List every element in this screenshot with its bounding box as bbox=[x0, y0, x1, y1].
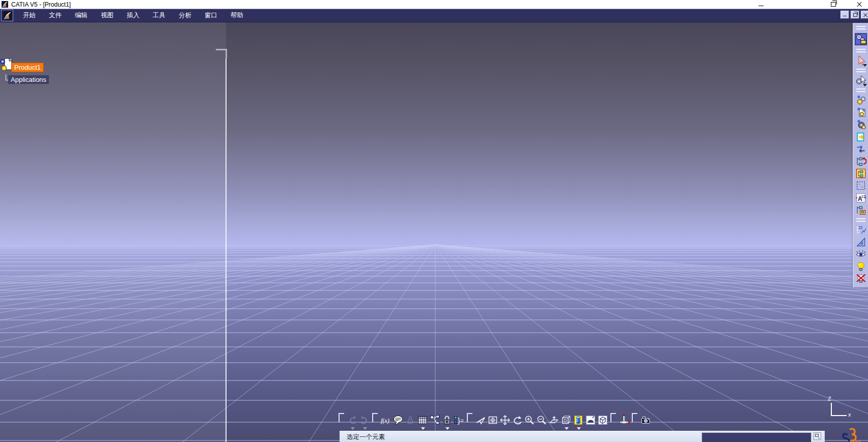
pan-button[interactable] bbox=[499, 415, 511, 426]
product-graph-button[interactable] bbox=[855, 224, 866, 235]
mdi-restore-button[interactable] bbox=[851, 11, 859, 19]
menu-item-start[interactable]: 开始 bbox=[16, 10, 42, 20]
toolbar-drag-handle[interactable] bbox=[856, 89, 865, 92]
menu-item-analyze[interactable]: 分析 bbox=[172, 10, 198, 20]
zoom-out-button[interactable] bbox=[536, 415, 547, 426]
replace-component-icon bbox=[855, 143, 866, 155]
tree-node-product1[interactable]: Product1 bbox=[11, 63, 44, 72]
chevron-down-icon[interactable] bbox=[445, 427, 450, 430]
chevron-down-icon[interactable] bbox=[863, 64, 867, 67]
generate-numbering-icon: A15 bbox=[855, 192, 866, 203]
named-views-button[interactable] bbox=[573, 415, 584, 426]
manage-representations-button[interactable] bbox=[855, 204, 866, 216]
design-table-icon bbox=[417, 415, 428, 426]
graph-tree-reordering-button[interactable] bbox=[855, 156, 866, 167]
equivalent-dimensions-icon: }= bbox=[454, 415, 465, 426]
hide-show-button[interactable] bbox=[855, 249, 866, 260]
menu-item-view[interactable]: 视图 bbox=[94, 10, 120, 20]
toolbar-drag-handle[interactable] bbox=[856, 69, 865, 72]
link-structure-button[interactable] bbox=[429, 415, 440, 426]
multi-view-button[interactable] bbox=[561, 415, 572, 426]
chevron-down-icon[interactable] bbox=[863, 84, 867, 86]
measure-icon bbox=[855, 237, 866, 248]
tree-node-applications[interactable]: Applications bbox=[8, 75, 49, 84]
selective-load-button[interactable] bbox=[855, 180, 866, 191]
fit-all-in-button[interactable] bbox=[487, 415, 498, 426]
mdi-minimize-button[interactable] bbox=[841, 11, 849, 19]
redo-button[interactable] bbox=[359, 415, 370, 426]
rotate-button[interactable] bbox=[512, 415, 523, 426]
fly-mode-button[interactable] bbox=[475, 415, 486, 426]
lock-button[interactable] bbox=[441, 415, 453, 426]
chevron-down-icon[interactable] bbox=[363, 427, 367, 430]
brand-text: CATIA bbox=[849, 440, 861, 442]
equivalent-dimensions-button[interactable]: }= bbox=[454, 415, 465, 426]
document-app-button[interactable] bbox=[1, 10, 13, 21]
product-root-icon[interactable] bbox=[0, 57, 12, 76]
fit-all-in-icon bbox=[487, 415, 498, 426]
viewport-3d[interactable]: Product1 Applications Z x f(x)}= bbox=[0, 21, 868, 442]
tree-anchor-bracket bbox=[216, 49, 227, 58]
close-icon bbox=[857, 2, 862, 7]
no-show-button[interactable] bbox=[855, 273, 866, 284]
new-product-button[interactable] bbox=[855, 107, 866, 118]
select-button[interactable] bbox=[855, 55, 866, 66]
selective-load-icon bbox=[855, 180, 866, 191]
menu-items: 开始文件编辑视图插入工具分析窗口帮助 bbox=[16, 11, 250, 20]
chevron-down-icon[interactable] bbox=[421, 427, 425, 430]
normal-view-button[interactable] bbox=[548, 415, 559, 426]
replace-component-button[interactable] bbox=[855, 143, 866, 155]
smart-pick-button[interactable] bbox=[855, 75, 866, 86]
menu-item-insert[interactable]: 插入 bbox=[120, 10, 146, 20]
measure-button[interactable] bbox=[855, 237, 866, 248]
toolbar-drag-handle[interactable] bbox=[632, 413, 637, 422]
toolbar-drag-handle[interactable] bbox=[856, 26, 865, 30]
dassault-3ds-logo: CATIA bbox=[838, 428, 867, 442]
menu-item-file[interactable]: 文件 bbox=[42, 10, 68, 20]
grid-ruler-button[interactable] bbox=[619, 415, 630, 426]
formula-button[interactable]: f(x) bbox=[380, 415, 391, 426]
command-input[interactable] bbox=[702, 433, 811, 442]
toolbar-drag-handle[interactable] bbox=[467, 413, 472, 422]
lock-icon bbox=[441, 415, 453, 426]
new-component-button[interactable] bbox=[855, 95, 866, 106]
expand-statusbar-button[interactable] bbox=[814, 432, 821, 440]
minimize-button[interactable] bbox=[752, 0, 770, 9]
minimize-icon bbox=[759, 6, 764, 6]
render-shading-button[interactable] bbox=[585, 415, 596, 426]
toolbar-drag-handle[interactable] bbox=[610, 413, 616, 422]
menu-item-window[interactable]: 窗口 bbox=[198, 10, 224, 20]
restore-button[interactable] bbox=[825, 0, 842, 9]
axis-z-label: Z bbox=[828, 396, 831, 402]
close-button[interactable] bbox=[851, 0, 868, 9]
chevron-down-icon[interactable] bbox=[351, 427, 355, 430]
existing-component-button[interactable] bbox=[855, 131, 866, 142]
zoom-in-button[interactable] bbox=[524, 415, 535, 426]
toolbar-drag-handle[interactable] bbox=[372, 413, 378, 422]
formula-icon: f(x) bbox=[380, 415, 391, 426]
menu-item-help[interactable]: 帮助 bbox=[224, 10, 250, 20]
product-structure-button[interactable] bbox=[854, 32, 868, 46]
swap-visible-space-button[interactable] bbox=[855, 261, 866, 272]
hide-show-icon bbox=[855, 249, 866, 260]
render-edges-button[interactable] bbox=[597, 415, 608, 426]
mdi-close-icon bbox=[863, 13, 867, 17]
menu-item-edit[interactable]: 编辑 bbox=[68, 10, 94, 20]
undo-button[interactable] bbox=[347, 415, 358, 426]
toolbar-drag-handle[interactable] bbox=[339, 413, 344, 422]
capture-button[interactable] bbox=[640, 415, 651, 426]
toolbar-drag-handle[interactable] bbox=[856, 218, 865, 222]
comment-button[interactable] bbox=[393, 415, 404, 426]
fast-multi-instantiation-button[interactable] bbox=[855, 168, 866, 179]
chevron-down-icon[interactable] bbox=[577, 427, 581, 430]
design-table-button[interactable] bbox=[417, 415, 428, 426]
tree-anchor-line[interactable] bbox=[226, 58, 227, 442]
toolbar-drag-handle[interactable] bbox=[856, 49, 865, 52]
chevron-down-icon[interactable] bbox=[565, 427, 569, 430]
menu-item-tools[interactable]: 工具 bbox=[146, 10, 172, 20]
axis-x-label: x bbox=[848, 411, 851, 418]
mdi-close-button[interactable] bbox=[861, 11, 868, 19]
new-part-button[interactable] bbox=[855, 119, 866, 130]
lock-faint-button[interactable] bbox=[405, 415, 416, 426]
generate-numbering-button[interactable]: A15 bbox=[855, 192, 866, 203]
